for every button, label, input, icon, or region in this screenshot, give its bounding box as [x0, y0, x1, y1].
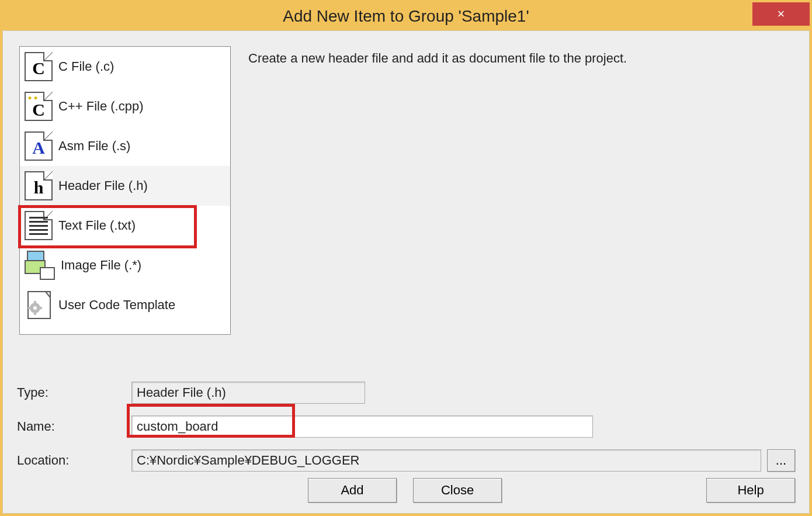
svg-point-3 — [33, 306, 37, 310]
button-row: Add Close Help — [3, 478, 795, 503]
list-item-label: User Code Template — [58, 297, 175, 313]
type-row: Type: Header File (.h) — [17, 376, 795, 410]
text-file-icon — [25, 211, 53, 240]
dialog-window: Add New Item to Group 'Sample1' × C C Fi… — [0, 0, 812, 516]
name-row: Name: — [17, 410, 795, 444]
cpp-file-icon: ✦✦C — [25, 92, 53, 121]
close-icon: × — [778, 6, 785, 22]
description-text: Create a new header file and add it as d… — [248, 51, 795, 66]
svg-rect-7 — [39, 307, 42, 309]
list-item-text-file[interactable]: Text File (.txt) — [20, 206, 230, 245]
list-item-label: C File (.c) — [58, 59, 114, 74]
name-label: Name: — [17, 419, 131, 434]
svg-rect-4 — [34, 301, 36, 304]
list-item-label: C++ File (.cpp) — [58, 99, 144, 114]
list-item-cpp-file[interactable]: ✦✦C C++ File (.cpp) — [20, 86, 230, 126]
window-title: Add New Item to Group 'Sample1' — [283, 7, 529, 26]
location-row: Location: C:¥Nordic¥Sample¥DEBUG_LOGGER … — [17, 444, 795, 477]
browse-button[interactable]: ... — [767, 449, 795, 472]
svg-rect-6 — [28, 307, 32, 309]
list-item-header-file[interactable]: h Header File (.h) — [20, 166, 230, 206]
list-item-label: Header File (.h) — [58, 178, 148, 193]
client-area: C C File (.c) ✦✦C C++ File (.cpp) A Asm … — [2, 30, 810, 514]
template-listbox[interactable]: C C File (.c) ✦✦C C++ File (.cpp) A Asm … — [19, 46, 231, 335]
list-item-label: Text File (.txt) — [58, 218, 136, 233]
help-button[interactable]: Help — [706, 478, 795, 503]
close-button[interactable]: Close — [413, 478, 502, 503]
list-item-label: Image File (.*) — [61, 258, 141, 273]
image-file-icon — [25, 251, 55, 280]
user-template-icon — [25, 290, 53, 320]
list-item-image-file[interactable]: Image File (.*) — [20, 245, 230, 285]
svg-rect-5 — [34, 311, 36, 315]
form-area: Type: Header File (.h) Name: Location: C… — [17, 376, 795, 477]
list-item-asm-file[interactable]: A Asm File (.s) — [20, 126, 230, 166]
list-item-user-template[interactable]: User Code Template — [20, 285, 230, 325]
close-window-button[interactable]: × — [752, 2, 810, 26]
location-field[interactable]: C:¥Nordic¥Sample¥DEBUG_LOGGER — [131, 449, 761, 472]
location-label: Location: — [17, 453, 131, 468]
list-item-c-file[interactable]: C C File (.c) — [20, 47, 230, 86]
list-item-label: Asm File (.s) — [58, 138, 130, 154]
header-file-icon: h — [25, 171, 53, 200]
name-input[interactable] — [131, 415, 593, 438]
asm-file-icon: A — [25, 131, 53, 161]
c-file-icon: C — [25, 52, 53, 81]
type-label: Type: — [17, 385, 131, 400]
add-button[interactable]: Add — [308, 478, 397, 503]
type-field: Header File (.h) — [131, 382, 365, 404]
title-bar: Add New Item to Group 'Sample1' × — [2, 2, 810, 30]
